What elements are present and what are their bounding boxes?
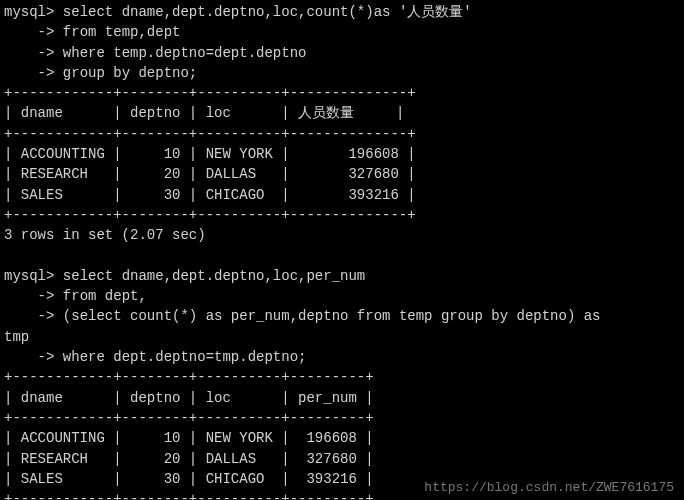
sql-line: -> where temp.deptno=dept.deptno <box>4 43 680 63</box>
sql-line: tmp <box>4 327 680 347</box>
table-border: +------------+--------+----------+------… <box>4 83 680 103</box>
sql-line: mysql> select dname,dept.deptno,loc,coun… <box>4 2 680 22</box>
sql-text: select dname,dept.deptno,loc,count(*)as … <box>54 4 471 20</box>
table-row: | RESEARCH | 20 | DALLAS | 327680 | <box>4 449 680 469</box>
table-border: +------------+--------+----------+------… <box>4 367 680 387</box>
sql-line: -> group by deptno; <box>4 63 680 83</box>
blank-line <box>4 246 680 266</box>
table-row: | RESEARCH | 20 | DALLAS | 327680 | <box>4 164 680 184</box>
sql-line: -> from dept, <box>4 286 680 306</box>
prompt: mysql> <box>4 4 54 20</box>
cont-prompt: -> <box>4 308 54 324</box>
sql-line: -> (select count(*) as per_num,deptno fr… <box>4 306 680 326</box>
cont-prompt: -> <box>4 45 54 61</box>
cont-prompt: -> <box>4 24 54 40</box>
sql-line: -> from temp,dept <box>4 22 680 42</box>
sql-text: select dname,dept.deptno,loc,per_num <box>54 268 365 284</box>
cont-prompt: -> <box>4 288 54 304</box>
table-header: | dname | deptno | loc | per_num | <box>4 388 680 408</box>
sql-line: mysql> select dname,dept.deptno,loc,per_… <box>4 266 680 286</box>
cont-prompt: -> <box>4 65 54 81</box>
sql-text: (select count(*) as per_num,deptno from … <box>54 308 609 324</box>
table-row: | SALES | 30 | CHICAGO | 393216 | <box>4 185 680 205</box>
sql-text: group by deptno; <box>54 65 197 81</box>
table-border: +------------+--------+----------+------… <box>4 124 680 144</box>
prompt: mysql> <box>4 268 54 284</box>
sql-text: where temp.deptno=dept.deptno <box>54 45 306 61</box>
cont-prompt: -> <box>4 349 54 365</box>
sql-line: -> where dept.deptno=tmp.deptno; <box>4 347 680 367</box>
table-row: | ACCOUNTING | 10 | NEW YORK | 196608 | <box>4 144 680 164</box>
sql-text: from temp,dept <box>54 24 180 40</box>
table-border: +------------+--------+----------+------… <box>4 205 680 225</box>
table-header: | dname | deptno | loc | 人员数量 | <box>4 103 680 123</box>
table-border: +------------+--------+----------+------… <box>4 408 680 428</box>
status-line: 3 rows in set (2.07 sec) <box>4 225 680 245</box>
sql-text: where dept.deptno=tmp.deptno; <box>54 349 306 365</box>
watermark: https://blog.csdn.net/ZWE7616175 <box>424 479 674 498</box>
table-row: | ACCOUNTING | 10 | NEW YORK | 196608 | <box>4 428 680 448</box>
sql-text: from dept, <box>54 288 146 304</box>
